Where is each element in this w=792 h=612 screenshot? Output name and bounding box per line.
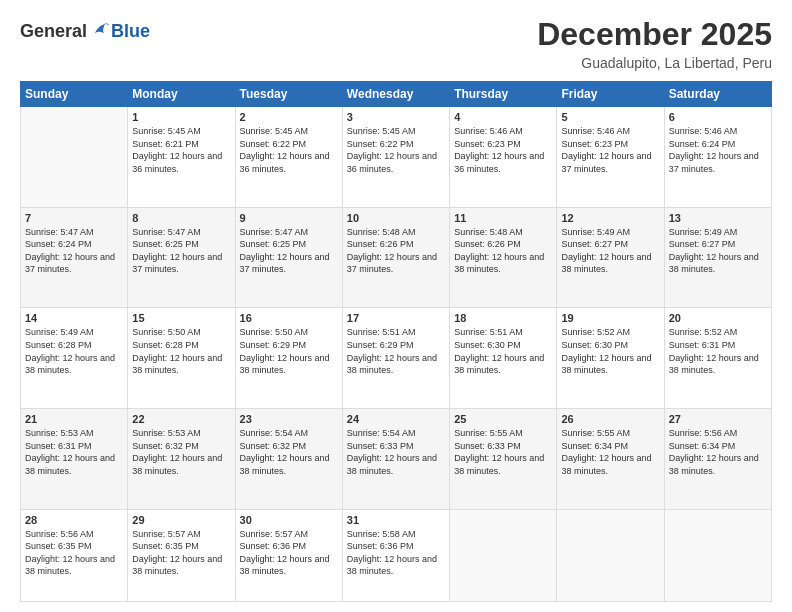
- day-info: Sunrise: 5:54 AMSunset: 6:33 PMDaylight:…: [347, 427, 445, 477]
- day-number: 7: [25, 212, 123, 224]
- day-number: 16: [240, 312, 338, 324]
- day-number: 4: [454, 111, 552, 123]
- day-number: 23: [240, 413, 338, 425]
- table-row: 4Sunrise: 5:46 AMSunset: 6:23 PMDaylight…: [450, 107, 557, 208]
- table-row: [664, 509, 771, 601]
- logo-text: General Blue: [20, 20, 150, 42]
- day-number: 26: [561, 413, 659, 425]
- day-info: Sunrise: 5:54 AMSunset: 6:32 PMDaylight:…: [240, 427, 338, 477]
- col-monday: Monday: [128, 82, 235, 107]
- table-row: [21, 107, 128, 208]
- day-info: Sunrise: 5:55 AMSunset: 6:33 PMDaylight:…: [454, 427, 552, 477]
- day-number: 13: [669, 212, 767, 224]
- day-number: 20: [669, 312, 767, 324]
- table-row: 7Sunrise: 5:47 AMSunset: 6:24 PMDaylight…: [21, 207, 128, 308]
- table-row: 2Sunrise: 5:45 AMSunset: 6:22 PMDaylight…: [235, 107, 342, 208]
- day-info: Sunrise: 5:47 AMSunset: 6:25 PMDaylight:…: [240, 226, 338, 276]
- table-row: 21Sunrise: 5:53 AMSunset: 6:31 PMDayligh…: [21, 408, 128, 509]
- col-thursday: Thursday: [450, 82, 557, 107]
- table-row: 12Sunrise: 5:49 AMSunset: 6:27 PMDayligh…: [557, 207, 664, 308]
- day-number: 18: [454, 312, 552, 324]
- table-row: 11Sunrise: 5:48 AMSunset: 6:26 PMDayligh…: [450, 207, 557, 308]
- logo-general: General: [20, 21, 87, 42]
- day-number: 28: [25, 514, 123, 526]
- table-row: 6Sunrise: 5:46 AMSunset: 6:24 PMDaylight…: [664, 107, 771, 208]
- day-info: Sunrise: 5:55 AMSunset: 6:34 PMDaylight:…: [561, 427, 659, 477]
- day-info: Sunrise: 5:47 AMSunset: 6:24 PMDaylight:…: [25, 226, 123, 276]
- day-number: 25: [454, 413, 552, 425]
- day-info: Sunrise: 5:57 AMSunset: 6:36 PMDaylight:…: [240, 528, 338, 578]
- day-info: Sunrise: 5:52 AMSunset: 6:31 PMDaylight:…: [669, 326, 767, 376]
- table-row: 22Sunrise: 5:53 AMSunset: 6:32 PMDayligh…: [128, 408, 235, 509]
- table-row: 31Sunrise: 5:58 AMSunset: 6:36 PMDayligh…: [342, 509, 449, 601]
- table-row: 15Sunrise: 5:50 AMSunset: 6:28 PMDayligh…: [128, 308, 235, 409]
- day-info: Sunrise: 5:48 AMSunset: 6:26 PMDaylight:…: [454, 226, 552, 276]
- day-info: Sunrise: 5:56 AMSunset: 6:35 PMDaylight:…: [25, 528, 123, 578]
- day-info: Sunrise: 5:51 AMSunset: 6:30 PMDaylight:…: [454, 326, 552, 376]
- table-row: 9Sunrise: 5:47 AMSunset: 6:25 PMDaylight…: [235, 207, 342, 308]
- col-sunday: Sunday: [21, 82, 128, 107]
- day-number: 21: [25, 413, 123, 425]
- day-info: Sunrise: 5:53 AMSunset: 6:31 PMDaylight:…: [25, 427, 123, 477]
- day-info: Sunrise: 5:46 AMSunset: 6:23 PMDaylight:…: [454, 125, 552, 175]
- day-info: Sunrise: 5:57 AMSunset: 6:35 PMDaylight:…: [132, 528, 230, 578]
- day-number: 11: [454, 212, 552, 224]
- day-info: Sunrise: 5:48 AMSunset: 6:26 PMDaylight:…: [347, 226, 445, 276]
- day-number: 31: [347, 514, 445, 526]
- col-wednesday: Wednesday: [342, 82, 449, 107]
- table-row: 16Sunrise: 5:50 AMSunset: 6:29 PMDayligh…: [235, 308, 342, 409]
- day-number: 15: [132, 312, 230, 324]
- table-row: 13Sunrise: 5:49 AMSunset: 6:27 PMDayligh…: [664, 207, 771, 308]
- page: General Blue December 2025 Guadalupito, …: [0, 0, 792, 612]
- day-info: Sunrise: 5:45 AMSunset: 6:22 PMDaylight:…: [240, 125, 338, 175]
- logo-bird-icon: [89, 20, 111, 42]
- day-info: Sunrise: 5:49 AMSunset: 6:28 PMDaylight:…: [25, 326, 123, 376]
- day-number: 6: [669, 111, 767, 123]
- day-info: Sunrise: 5:45 AMSunset: 6:21 PMDaylight:…: [132, 125, 230, 175]
- day-info: Sunrise: 5:52 AMSunset: 6:30 PMDaylight:…: [561, 326, 659, 376]
- day-info: Sunrise: 5:49 AMSunset: 6:27 PMDaylight:…: [561, 226, 659, 276]
- table-row: 20Sunrise: 5:52 AMSunset: 6:31 PMDayligh…: [664, 308, 771, 409]
- day-info: Sunrise: 5:49 AMSunset: 6:27 PMDaylight:…: [669, 226, 767, 276]
- day-number: 17: [347, 312, 445, 324]
- table-row: 3Sunrise: 5:45 AMSunset: 6:22 PMDaylight…: [342, 107, 449, 208]
- day-number: 3: [347, 111, 445, 123]
- day-number: 8: [132, 212, 230, 224]
- header: General Blue December 2025 Guadalupito, …: [20, 16, 772, 71]
- table-row: 5Sunrise: 5:46 AMSunset: 6:23 PMDaylight…: [557, 107, 664, 208]
- month-title: December 2025: [537, 16, 772, 53]
- day-number: 10: [347, 212, 445, 224]
- day-number: 1: [132, 111, 230, 123]
- day-number: 14: [25, 312, 123, 324]
- day-number: 24: [347, 413, 445, 425]
- table-row: 10Sunrise: 5:48 AMSunset: 6:26 PMDayligh…: [342, 207, 449, 308]
- day-info: Sunrise: 5:56 AMSunset: 6:34 PMDaylight:…: [669, 427, 767, 477]
- col-saturday: Saturday: [664, 82, 771, 107]
- table-row: 8Sunrise: 5:47 AMSunset: 6:25 PMDaylight…: [128, 207, 235, 308]
- calendar-table: Sunday Monday Tuesday Wednesday Thursday…: [20, 81, 772, 602]
- day-info: Sunrise: 5:50 AMSunset: 6:28 PMDaylight:…: [132, 326, 230, 376]
- table-row: 14Sunrise: 5:49 AMSunset: 6:28 PMDayligh…: [21, 308, 128, 409]
- day-number: 2: [240, 111, 338, 123]
- day-number: 5: [561, 111, 659, 123]
- table-row: [557, 509, 664, 601]
- table-row: 1Sunrise: 5:45 AMSunset: 6:21 PMDaylight…: [128, 107, 235, 208]
- title-block: December 2025 Guadalupito, La Libertad, …: [537, 16, 772, 71]
- day-number: 12: [561, 212, 659, 224]
- table-row: 29Sunrise: 5:57 AMSunset: 6:35 PMDayligh…: [128, 509, 235, 601]
- day-info: Sunrise: 5:51 AMSunset: 6:29 PMDaylight:…: [347, 326, 445, 376]
- subtitle: Guadalupito, La Libertad, Peru: [537, 55, 772, 71]
- col-friday: Friday: [557, 82, 664, 107]
- table-row: 19Sunrise: 5:52 AMSunset: 6:30 PMDayligh…: [557, 308, 664, 409]
- day-info: Sunrise: 5:58 AMSunset: 6:36 PMDaylight:…: [347, 528, 445, 578]
- logo-blue: Blue: [111, 21, 150, 42]
- day-number: 27: [669, 413, 767, 425]
- table-row: 25Sunrise: 5:55 AMSunset: 6:33 PMDayligh…: [450, 408, 557, 509]
- day-info: Sunrise: 5:50 AMSunset: 6:29 PMDaylight:…: [240, 326, 338, 376]
- col-tuesday: Tuesday: [235, 82, 342, 107]
- calendar-header-row: Sunday Monday Tuesday Wednesday Thursday…: [21, 82, 772, 107]
- table-row: 23Sunrise: 5:54 AMSunset: 6:32 PMDayligh…: [235, 408, 342, 509]
- day-info: Sunrise: 5:53 AMSunset: 6:32 PMDaylight:…: [132, 427, 230, 477]
- table-row: 26Sunrise: 5:55 AMSunset: 6:34 PMDayligh…: [557, 408, 664, 509]
- day-number: 19: [561, 312, 659, 324]
